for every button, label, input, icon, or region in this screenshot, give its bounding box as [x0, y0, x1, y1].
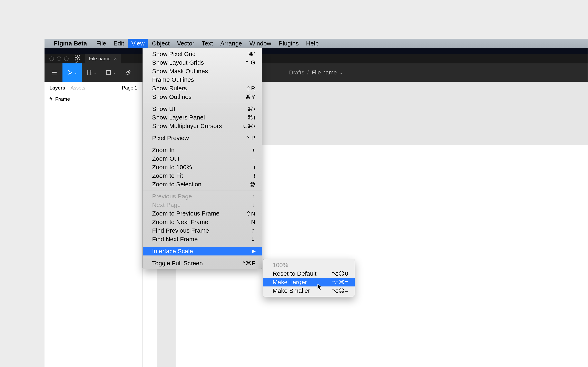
menu-item[interactable]: Show Layers Panel⌘I — [143, 113, 262, 122]
submenu-item[interactable]: Make Smaller⌥⌘– — [263, 286, 355, 295]
menu-item-label: Zoom to Next Frame — [152, 218, 208, 225]
layer-row[interactable]: # Frame — [44, 94, 142, 104]
menu-item-label: Find Next Frame — [152, 236, 198, 243]
menu-item-label: Show Rulers — [152, 85, 187, 92]
menu-view[interactable]: View — [128, 39, 148, 48]
menu-item-label: Zoom to 100% — [152, 164, 192, 171]
menu-item[interactable]: Zoom Out– — [143, 154, 262, 163]
menu-item[interactable]: Zoom to Selection@ — [143, 180, 262, 189]
submenu-item-label: Make Smaller — [273, 287, 310, 294]
tab-layers[interactable]: Layers — [49, 85, 65, 91]
menu-item[interactable]: Zoom In+ — [143, 146, 262, 154]
shortcut: ⇡ — [251, 227, 256, 234]
shape-tool[interactable]: ⌄ — [103, 67, 118, 79]
chevron-down-icon[interactable]: ⌄ — [339, 70, 343, 75]
chevron-down-icon: ⌄ — [74, 70, 77, 75]
hamburger-menu-icon[interactable] — [48, 67, 61, 79]
menu-plugins[interactable]: Plugins — [275, 39, 302, 48]
menu-item[interactable]: Find Previous Frame⇡ — [143, 226, 262, 235]
menu-item[interactable]: Interface Scale▶ — [143, 247, 262, 256]
svg-point-4 — [75, 60, 77, 62]
menu-item[interactable]: Show UI⌘\ — [143, 105, 262, 113]
shortcut: @ — [250, 181, 256, 188]
submenu-arrow-icon: ▶ — [252, 249, 256, 254]
breadcrumb-parent[interactable]: Drafts — [289, 69, 304, 76]
menu-item-label: Find Previous Frame — [152, 227, 209, 234]
svg-point-3 — [77, 58, 80, 60]
shortcut: ↑ — [252, 193, 256, 200]
menu-item[interactable]: Zoom to Fit! — [143, 171, 262, 180]
menu-window[interactable]: Window — [246, 39, 275, 48]
svg-rect-12 — [106, 71, 111, 75]
menu-item-label: Show Pixel Grid — [152, 50, 196, 58]
shortcut: ! — [254, 173, 256, 179]
breadcrumb-current[interactable]: File name — [311, 69, 337, 76]
traffic-lights[interactable] — [49, 57, 69, 61]
shortcut: N — [251, 219, 256, 225]
app-name: Figma Beta — [54, 40, 87, 47]
menu-object[interactable]: Object — [148, 39, 173, 48]
close-tab-icon[interactable]: × — [114, 56, 117, 62]
menu-item-label: Show Multiplayer Cursors — [152, 123, 222, 129]
menu-item[interactable]: Zoom to Previous Frame⇧N — [143, 209, 262, 218]
shortcut: ⇧N — [246, 210, 256, 217]
breadcrumb[interactable]: Drafts / File name ⌄ — [289, 69, 343, 76]
menu-item[interactable]: Toggle Full Screen^⌘F — [143, 259, 262, 267]
tab-title: File name — [89, 56, 111, 62]
submenu-item-label: Reset to Default — [273, 270, 316, 277]
menu-vector[interactable]: Vector — [173, 39, 198, 48]
move-tool[interactable]: ⌄ — [62, 63, 82, 82]
frame-tool[interactable]: ⌄ — [84, 67, 99, 79]
menu-arrange[interactable]: Arrange — [217, 39, 246, 48]
menu-edit[interactable]: Edit — [110, 39, 128, 48]
menu-item[interactable]: Zoom to 100%) — [143, 163, 262, 171]
menu-item: Next Page↓ — [143, 201, 262, 209]
svg-point-1 — [77, 55, 80, 58]
file-tab[interactable]: File name × — [85, 54, 121, 63]
menu-item[interactable]: Find Next Frame⇣ — [143, 235, 262, 243]
menu-item-label: Frame Outlines — [152, 76, 194, 83]
menu-item[interactable]: Show Layout Grids^ G — [143, 58, 262, 67]
menu-help[interactable]: Help — [302, 39, 322, 48]
menu-item: Previous Page↑ — [143, 192, 262, 201]
menu-item-label: Toggle Full Screen — [152, 260, 203, 267]
shortcut: ⇣ — [251, 236, 256, 243]
tab-bar: File name × — [44, 54, 588, 63]
menu-file[interactable]: File — [93, 39, 110, 48]
cursor-icon — [317, 283, 322, 291]
shortcut: ↓ — [252, 202, 256, 208]
pen-tool[interactable] — [122, 67, 134, 79]
shortcut: – — [252, 155, 256, 162]
menu-item[interactable]: Frame Outlines — [143, 75, 262, 84]
breadcrumb-separator: / — [307, 69, 309, 76]
menu-item-label: Interface Scale — [152, 248, 193, 255]
menu-item[interactable]: Show Pixel Grid⌘' — [143, 50, 262, 58]
svg-point-0 — [75, 55, 77, 58]
menu-item-label: Show Layers Panel — [152, 114, 205, 121]
menu-item[interactable]: Zoom to Next FrameN — [143, 218, 262, 226]
tab-assets[interactable]: Assets — [70, 85, 85, 91]
mac-menubar: Figma Beta File Edit View Object Vector … — [44, 39, 588, 48]
view-dropdown: Show Pixel Grid⌘'Show Layout Grids^ GSho… — [143, 48, 262, 269]
menu-text[interactable]: Text — [198, 39, 217, 48]
shortcut: ⌘Y — [245, 94, 256, 100]
menu-item[interactable]: Show Multiplayer Cursors⌥⌘\ — [143, 122, 262, 130]
menu-item[interactable]: Show Rulers⇧R — [143, 84, 262, 92]
menu-item-label: Zoom to Previous Frame — [152, 210, 219, 217]
figma-logo-icon[interactable] — [75, 55, 80, 63]
menu-item[interactable]: Show Mask Outlines — [143, 67, 262, 75]
menu-item[interactable]: Pixel Preview^ P — [143, 134, 262, 142]
submenu-item[interactable]: Make Larger⌥⌘= — [263, 278, 355, 286]
menu-item[interactable]: Show Outlines⌘Y — [143, 92, 262, 101]
toolbar: ⌄ ⌄ ⌄ Drafts / File name ⌄ — [44, 63, 588, 82]
chevron-down-icon: ⌄ — [113, 70, 116, 75]
submenu-item-label: 100% — [273, 262, 288, 268]
menu-item-label: Show Layout Grids — [152, 59, 204, 66]
submenu-item[interactable]: Reset to Default⌥⌘0 — [263, 269, 355, 278]
svg-point-13 — [128, 72, 129, 73]
menu-item-label: Zoom to Selection — [152, 181, 201, 188]
submenu-item: 100% — [263, 261, 355, 269]
shortcut: ^⌘F — [242, 260, 256, 267]
page-selector[interactable]: Page 1 — [122, 85, 138, 91]
shortcut: ⌘I — [247, 114, 256, 121]
